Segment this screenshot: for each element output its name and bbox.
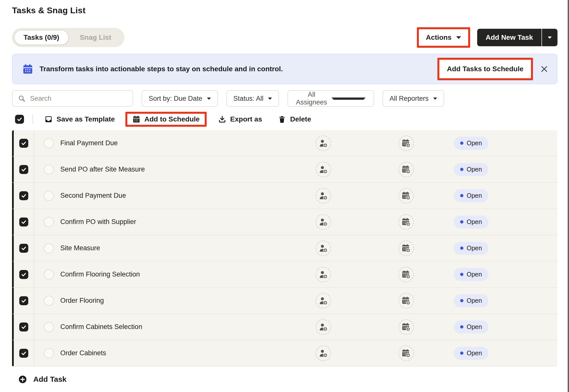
task-complete-radio[interactable] [44,243,54,253]
task-complete-radio[interactable] [44,322,54,332]
task-row[interactable]: Second Payment Due [12,183,557,209]
task-title: Confirm PO with Supplier [60,218,136,226]
calendar-icon [23,64,33,74]
task-complete-radio[interactable] [44,191,54,201]
filters-row: Sort by: Due Date Status: All All Assign… [12,90,557,107]
person-add-icon [319,296,328,305]
calendar-add-icon [402,218,411,226]
status-badge[interactable]: Open [454,242,488,255]
add-assignee-button[interactable] [316,188,331,204]
reporters-dropdown[interactable]: All Reporters [383,90,444,107]
add-due-date-button[interactable] [398,319,414,335]
add-due-date-button[interactable] [398,214,414,230]
tab-tasks[interactable]: Tasks (0/9) [14,30,69,45]
delete-button[interactable]: Delete [278,115,311,123]
task-checkbox[interactable] [19,349,28,358]
calendar-add-icon [402,270,411,279]
task-title: Order Flooring [60,297,104,304]
add-due-date-button[interactable] [398,240,414,256]
task-complete-radio[interactable] [44,296,54,306]
task-complete-radio[interactable] [44,164,54,174]
task-row[interactable]: Order Cabinets [12,340,557,366]
add-due-date-button[interactable] [398,162,414,177]
status-dropdown[interactable]: Status: All [226,90,279,107]
bulk-actions-bar: Save as Template [12,112,557,126]
task-row[interactable]: Confirm PO with Supplier [12,209,557,235]
person-add-icon [319,139,328,148]
banner-text: Transform tasks into actionable steps to… [40,65,283,73]
sort-by-dropdown[interactable]: Sort by: Due Date [142,90,218,107]
task-checkbox[interactable] [19,165,28,174]
add-new-task-split-button: Add New Task [477,29,557,46]
add-tasks-to-schedule-button[interactable]: Add Tasks to Schedule [439,60,531,78]
status-badge-label: Open [467,166,482,173]
search-input[interactable] [30,95,127,102]
task-checkbox[interactable] [19,322,28,332]
status-badge[interactable]: Open [454,137,488,150]
assignees-dropdown[interactable]: All Assignees [288,90,374,107]
scrollbar[interactable] [568,0,569,392]
export-as-button[interactable]: Export as [218,115,262,123]
person-add-icon [319,322,328,332]
export-as-label: Export as [230,115,262,123]
calendar-add-icon [402,139,411,148]
task-checkbox[interactable] [19,218,28,226]
task-checkbox[interactable] [19,244,28,253]
add-new-task-dropdown-button[interactable] [542,29,557,46]
status-badge[interactable]: Open [454,294,488,307]
select-all-checkbox[interactable] [15,115,24,124]
task-complete-radio[interactable] [44,138,54,148]
add-task-button[interactable]: Add Task [19,375,557,384]
add-assignee-button[interactable] [316,319,331,335]
task-complete-radio[interactable] [44,348,54,358]
task-row[interactable]: Confirm Cabinets Selection [12,314,557,340]
add-assignee-button[interactable] [316,214,331,230]
task-row[interactable]: Send PO after Site Measure [12,156,557,183]
actions-button[interactable]: Actions [419,29,468,46]
status-badge[interactable]: Open [454,347,488,360]
task-checkbox[interactable] [19,191,28,200]
task-checkbox-cell [14,288,34,314]
add-assignee-button[interactable] [316,293,331,308]
status-badge[interactable]: Open [454,268,488,281]
tab-snag-list[interactable]: Snag List [69,30,122,45]
save-as-template-button[interactable]: Save as Template [45,115,115,123]
search-icon [18,95,26,102]
add-assignee-button[interactable] [316,136,331,151]
add-assignee-button[interactable] [316,267,331,282]
chevron-down-icon [207,98,211,100]
status-badge[interactable]: Open [454,189,488,202]
task-row[interactable]: Final Payment Due [12,130,557,156]
status-badge[interactable]: Open [454,216,488,228]
add-new-task-button[interactable]: Add New Task [477,29,541,46]
task-row[interactable]: Order Flooring [12,288,557,314]
add-assignee-button[interactable] [316,346,331,361]
person-add-icon [319,270,328,279]
bulk-bar-divider [33,114,33,124]
task-checkbox[interactable] [19,296,28,305]
status-badge[interactable]: Open [454,320,488,334]
add-due-date-button[interactable] [398,267,414,282]
add-due-date-button[interactable] [398,346,414,361]
status-dot-icon [460,194,463,197]
status-badge[interactable]: Open [454,163,488,176]
add-assignee-button[interactable] [316,240,331,256]
task-checkbox-cell [14,262,34,287]
toolbar-right: Actions Add New Task [417,27,557,48]
add-due-date-button[interactable] [398,293,414,308]
task-row[interactable]: Confirm Flooring Selection [12,262,557,288]
add-due-date-button[interactable] [398,136,414,151]
banner-close-button[interactable] [539,64,549,74]
task-checkbox[interactable] [19,139,28,148]
task-complete-radio[interactable] [44,217,54,227]
add-to-schedule-button[interactable]: Add to Schedule [132,115,200,123]
task-checkbox[interactable] [19,270,28,279]
add-due-date-button[interactable] [398,188,414,204]
task-row[interactable]: Site Measure [12,235,557,262]
trash-icon [278,115,286,123]
add-assignee-button[interactable] [316,162,331,177]
person-add-icon [319,244,328,253]
status-dot-icon [460,325,463,328]
task-complete-radio[interactable] [44,270,54,280]
task-checkbox-cell [14,156,34,182]
